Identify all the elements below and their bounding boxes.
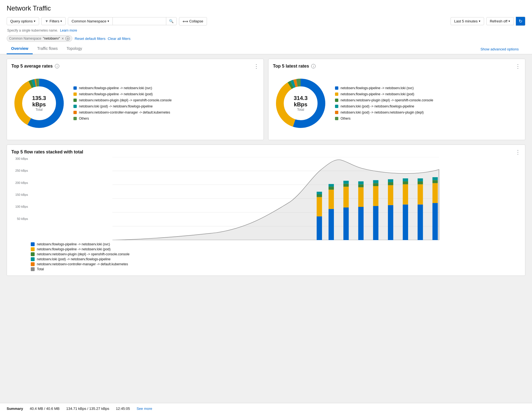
stacked-chart-menu[interactable]: ⋮	[515, 149, 521, 155]
latest-legend: netobserv.flowlogs-pipeline -> netobserv…	[335, 86, 433, 120]
avg-card-title-group: Top 5 average rates i	[11, 64, 59, 69]
svg-rect-33	[358, 207, 364, 240]
chart-legend: netobserv.flowlogs-pipeline -> netobserv…	[11, 242, 521, 271]
y-label-300: 300 kBps	[15, 157, 28, 160]
stacked-chart-title: Top 5 flow rates stacked with total	[11, 150, 83, 155]
y-axis: 300 kBps 250 kBps 200 kBps 150 kBps 100 …	[11, 157, 30, 229]
svg-rect-45	[403, 204, 408, 240]
svg-rect-30	[343, 187, 349, 207]
avg-donut-center: 135.3 kBps Total	[25, 95, 53, 112]
latest-legend-label-4: netobserv.loki (pod) -> netobserv.netobs…	[341, 110, 424, 114]
avg-info-icon[interactable]: i	[55, 64, 59, 68]
svg-rect-24	[317, 192, 322, 194]
latest-info-icon[interactable]: i	[311, 64, 316, 68]
time-range-chevron: ▾	[479, 19, 480, 23]
time-range-button[interactable]: Last 5 minutes ▾	[451, 17, 484, 25]
latest-legend-item-5: Others	[335, 117, 433, 120]
svg-rect-40	[373, 180, 378, 183]
tab-topology[interactable]: Topology	[62, 43, 86, 54]
avg-legend-label-2: netobserv.netobserv-plugin (depl) -> ope…	[79, 98, 172, 102]
avg-legend-label-3: netobserv.loki (pod) -> netobserv.flowlo…	[79, 104, 153, 108]
filters-chevron: ▾	[60, 19, 62, 23]
avg-legend-item-4: netobserv.netobserv-controller-manager -…	[73, 110, 172, 114]
latest-card-header: Top 5 latest rates i ⋮	[273, 63, 521, 69]
namespace-label: Common Namespace	[71, 19, 106, 23]
charts-row: Top 5 average rates i ⋮	[7, 59, 525, 140]
latest-legend-item-0: netobserv.flowlogs-pipeline -> netobserv…	[335, 86, 433, 90]
svg-rect-46	[403, 184, 408, 205]
top5-latest-card: Top 5 latest rates i ⋮	[268, 59, 525, 140]
refresh-icon-button[interactable]: ↻	[516, 17, 525, 26]
filters-button[interactable]: ▼ Filters ▾	[41, 17, 66, 25]
top5-avg-card: Top 5 average rates i ⋮	[7, 59, 264, 140]
namespace-dropdown[interactable]: Common Namespace ▾	[68, 17, 113, 25]
avg-card-menu[interactable]: ⋮	[254, 63, 259, 69]
clear-filters-button[interactable]: Clear all filters	[108, 37, 131, 41]
svg-rect-43	[388, 182, 393, 185]
chart-legend-item-0: netobserv.flowlogs-pipeline -> netobserv…	[31, 242, 521, 246]
svg-rect-47	[403, 181, 408, 184]
svg-rect-37	[373, 206, 378, 240]
latest-legend-color-2	[335, 99, 338, 102]
tab-overview[interactable]: Overview	[7, 43, 33, 54]
avg-legend-label-4: netobserv.netobserv-controller-manager -…	[79, 110, 170, 114]
svg-rect-35	[358, 184, 364, 187]
chart-legend-label-2: netobserv.netobserv-plugin (depl) -> ope…	[37, 252, 129, 256]
search-button[interactable]: 🔍	[166, 17, 177, 25]
stacked-chart-area: 300 kBps 250 kBps 200 kBps 150 kBps 100 …	[11, 157, 521, 240]
search-icon: 🔍	[169, 19, 174, 23]
avg-card-title: Top 5 average rates	[11, 64, 53, 69]
svg-rect-44	[388, 179, 393, 182]
chip-close-icon[interactable]: ×	[61, 37, 64, 40]
filter-hint-text: Specify a single kubernetes name.	[7, 29, 58, 32]
namespace-chevron: ▾	[108, 19, 109, 23]
svg-rect-29	[343, 207, 349, 240]
svg-rect-50	[418, 184, 423, 205]
y-label-250: 250 kBps	[15, 169, 28, 172]
search-input[interactable]	[113, 17, 166, 25]
refresh-spin-icon: ↻	[519, 19, 522, 24]
svg-rect-27	[329, 187, 334, 190]
svg-rect-21	[317, 216, 322, 240]
stacked-chart-card: Top 5 flow rates stacked with total ⋮ 30…	[7, 145, 525, 276]
collapse-button[interactable]: ⟺ Collapse	[179, 17, 207, 25]
avg-legend-item-3: netobserv.loki (pod) -> netobserv.flowlo…	[73, 104, 172, 108]
latest-legend-color-1	[335, 92, 338, 96]
show-advanced-button[interactable]: Show advanced options	[474, 44, 525, 54]
latest-donut-center: 314.3 kBps Total	[287, 95, 314, 112]
filter-bar: Common Namespace "netobserv" × ⚙ Reset d…	[7, 34, 525, 43]
svg-rect-28	[329, 184, 334, 187]
avg-legend-color-4	[73, 111, 77, 114]
chip-settings-icon[interactable]: ⚙	[65, 36, 70, 41]
svg-rect-38	[373, 186, 378, 206]
chart-legend-label-1: netobserv.flowlogs-pipeline -> netobserv…	[37, 247, 111, 251]
collapse-label: Collapse	[189, 19, 203, 23]
refresh-button[interactable]: Refresh off ▾	[486, 17, 514, 25]
chart-legend-color-2	[31, 252, 35, 256]
avg-legend-label-1: netobserv.flowlogs-pipeline -> netobserv…	[79, 92, 153, 96]
chart-legend-label-0: netobserv.flowlogs-pipeline -> netobserv…	[37, 242, 110, 246]
svg-rect-42	[388, 185, 393, 205]
chip-namespace-value: "netobserv"	[43, 37, 60, 40]
latest-legend-color-3	[335, 105, 338, 108]
avg-total-value: 135.3 kBps	[25, 95, 53, 108]
chart-legend-color-3	[31, 257, 35, 261]
tab-traffic-flows[interactable]: Traffic flows	[33, 43, 62, 54]
avg-legend-item-1: netobserv.flowlogs-pipeline -> netobserv…	[73, 92, 172, 96]
filter-icon: ▼	[45, 19, 48, 23]
svg-rect-22	[317, 197, 322, 217]
y-label-50: 50 kBps	[17, 217, 28, 220]
chart-legend-item-4: netobserv.netobserv-controller-manager -…	[31, 262, 521, 266]
latest-card-menu[interactable]: ⋮	[515, 63, 521, 69]
reset-filters-button[interactable]: Reset default filters	[75, 37, 105, 41]
chart-legend-color-5	[31, 267, 35, 271]
refresh-chevron: ▾	[508, 19, 510, 23]
svg-rect-26	[329, 190, 334, 209]
learn-more-link[interactable]: Learn more	[60, 29, 77, 32]
svg-rect-54	[433, 183, 438, 203]
avg-legend: netobserv.flowlogs-pipeline -> netobserv…	[73, 86, 172, 120]
latest-legend-label-2: netobserv.netobserv-plugin (depl) -> ope…	[341, 98, 433, 102]
query-options-button[interactable]: Query options ▾	[7, 17, 39, 25]
chart-legend-label-5: Total	[37, 267, 44, 271]
toolbar-right: Last 5 minutes ▾ Refresh off ▾ ↻	[451, 17, 525, 26]
